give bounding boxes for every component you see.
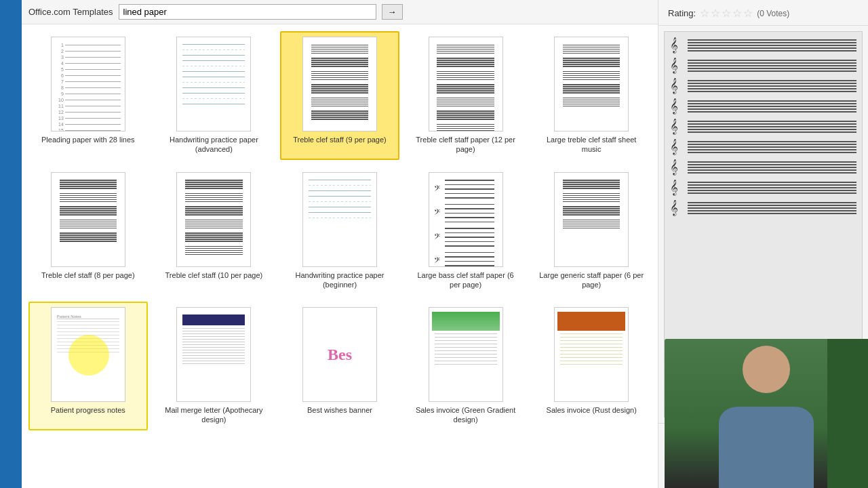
person-head <box>743 346 790 393</box>
staff-line <box>688 131 856 133</box>
template-item-treble-cleff-12[interactable]: Treble cleff staff paper (12 per page) <box>406 31 526 160</box>
staff-lines-2 <box>688 60 856 72</box>
staff-line <box>688 144 856 145</box>
staff-line <box>688 88 856 89</box>
template-label-handwriting-beg: Handwriting practice paper (beginner) <box>285 270 394 290</box>
votes-text: (0 Votes) <box>757 9 789 18</box>
template-label-handwriting-adv: Handwriting practice paper (advanced) <box>160 135 269 155</box>
staff-line <box>688 192 856 194</box>
template-item-best-wishes[interactable]: BesBest wishes banner <box>280 302 399 430</box>
template-label-treble-10: Treble clef staff (10 per page) <box>165 270 263 280</box>
main-content: Office.com Templates → 12345678910111213… <box>22 0 658 488</box>
preview-staff-row-8: 𝄞 <box>670 180 856 195</box>
staff-line <box>688 187 856 188</box>
template-item-bass-6[interactable]: 𝄢𝄢𝄢𝄢Large bass clef staff paper (6 per p… <box>406 167 526 296</box>
staff-line <box>688 60 856 61</box>
staff-lines-8 <box>688 182 856 194</box>
template-item-handwriting-beg[interactable]: Handwriting practice paper (beginner) <box>280 167 399 296</box>
template-item-generic-6[interactable]: Large generic staff paper (6 per page) <box>532 167 651 296</box>
star-1[interactable]: ☆ <box>700 7 709 20</box>
template-item-mail-merge[interactable]: Mail merge letter (Apothecary design) <box>155 302 274 430</box>
sidebar-accent <box>0 81 22 122</box>
header-title: Office.com Templates <box>28 7 113 17</box>
template-item-treble-10[interactable]: Treble clef staff (10 per page) <box>155 167 274 296</box>
template-item-handwriting-adv[interactable]: Handwriting practice paper (advanced) <box>155 31 274 160</box>
staff-line <box>688 106 856 107</box>
star-5[interactable]: ☆ <box>743 7 753 20</box>
template-item-invoice-green[interactable]: Sales invoice (Green Gradient design) <box>406 302 526 430</box>
template-label-invoice-rust: Sales invoice (Rust design) <box>547 405 637 415</box>
template-item-pleading-28[interactable]: 123456789101112131415161718Pleading pape… <box>28 31 148 160</box>
clef-9: 𝄞 <box>670 200 684 216</box>
template-item-treble-8[interactable]: Treble clef staff (8 per page) <box>28 167 148 296</box>
staff-line <box>688 207 856 209</box>
template-label-invoice-green: Sales invoice (Green Gradient design) <box>412 405 520 425</box>
staff-line <box>688 172 856 174</box>
staff-line <box>688 100 856 102</box>
left-sidebar <box>0 0 22 488</box>
clef-8: 𝄞 <box>670 180 684 195</box>
staff-lines-7 <box>688 161 856 174</box>
search-input[interactable] <box>119 4 376 20</box>
staff-line <box>688 39 856 41</box>
template-label-large-treble: Large treble clef staff sheet music <box>537 135 646 155</box>
staff-line <box>688 126 856 127</box>
person-shirt <box>719 407 814 488</box>
staff-line <box>688 164 856 165</box>
staff-line <box>688 47 856 49</box>
template-thumb-invoice-green <box>429 307 503 402</box>
templates-grid: 123456789101112131415161718Pleading pape… <box>22 24 658 488</box>
staff-line <box>688 62 856 64</box>
star-4[interactable]: ☆ <box>732 7 742 20</box>
staff-line <box>688 83 856 84</box>
preview-staff-row-9: 𝄞 <box>670 200 856 216</box>
template-thumb-treble-8 <box>51 172 125 267</box>
template-label-bass-6: Large bass clef staff paper (6 per page) <box>412 270 520 290</box>
staff-line <box>688 184 856 186</box>
template-thumb-generic-6 <box>554 172 629 267</box>
template-thumb-invoice-rust <box>554 307 629 402</box>
staff-line <box>688 123 856 125</box>
template-label-treble-cleff-12: Treble cleff staff paper (12 per page) <box>412 135 520 155</box>
webcam-overlay <box>665 339 868 488</box>
template-thumb-treble-10 <box>176 172 251 267</box>
clef-3: 𝄞 <box>670 78 684 94</box>
staff-line <box>688 182 856 183</box>
staff-lines-4 <box>688 100 856 113</box>
header-bar: Office.com Templates → <box>22 0 658 24</box>
template-thumb-treble-cleff-12 <box>429 37 503 131</box>
preview-staff-row-4: 𝄞 <box>670 98 856 114</box>
staff-line <box>688 68 856 69</box>
clef-5: 𝄞 <box>670 119 684 134</box>
webcam-person <box>665 339 868 488</box>
template-item-treble-9[interactable]: Treble clef staff (9 per page) <box>280 31 399 160</box>
preview-staff-row-3: 𝄞 <box>670 78 856 94</box>
staff-line <box>688 103 856 104</box>
star-2[interactable]: ☆ <box>711 7 720 20</box>
template-label-mail-merge: Mail merge letter (Apothecary design) <box>160 405 269 425</box>
template-item-large-treble[interactable]: Large treble clef staff sheet music <box>532 31 651 160</box>
template-thumb-pleading-28: 123456789101112131415161718 <box>51 37 125 131</box>
staff-line <box>688 91 856 92</box>
template-item-patient-notes[interactable]: Patient NotesPatient progress notes <box>28 302 148 430</box>
preview-staff-row-1: 𝄞 <box>670 37 856 53</box>
star-3[interactable]: ☆ <box>722 7 731 20</box>
staff-line <box>688 202 856 203</box>
template-thumb-bass-6: 𝄢𝄢𝄢𝄢 <box>429 172 503 267</box>
template-item-invoice-rust[interactable]: Sales invoice (Rust design) <box>532 302 651 430</box>
preview-staff-row-5: 𝄞 <box>670 119 856 134</box>
staff-lines-5 <box>688 121 856 133</box>
clef-2: 𝄞 <box>670 58 684 73</box>
template-thumb-large-treble <box>554 37 629 131</box>
preview-staff-row-7: 𝄞 <box>670 159 856 175</box>
template-thumb-handwriting-beg <box>302 172 377 267</box>
staff-line <box>688 213 856 214</box>
staff-line <box>688 111 856 113</box>
search-button[interactable]: → <box>382 4 403 20</box>
staff-line <box>688 190 856 191</box>
staff-line <box>688 167 856 168</box>
clef-1: 𝄞 <box>670 37 684 53</box>
staff-line <box>688 149 856 150</box>
template-label-generic-6: Large generic staff paper (6 per page) <box>537 270 646 290</box>
rating-label: Rating: <box>668 8 696 18</box>
